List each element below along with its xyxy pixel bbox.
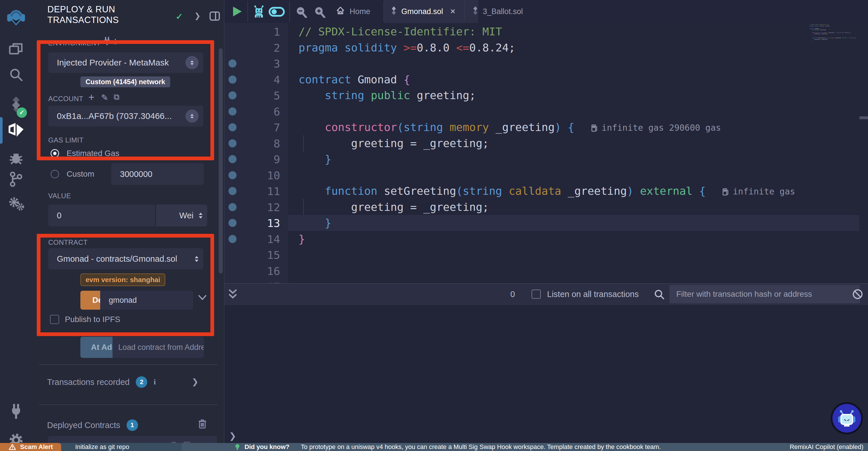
fuel-pump-icon bbox=[722, 188, 729, 196]
deployed-count-badge: 1 bbox=[127, 419, 138, 431]
gutter-dot-icon[interactable] bbox=[228, 203, 237, 211]
contract-select[interactable]: Gmonad - contracts/Gmonad.sol bbox=[48, 248, 203, 270]
tab-3-ballot-sol[interactable]: 3_Ballot.sol bbox=[465, 0, 530, 23]
terminal-search-icon[interactable] bbox=[654, 289, 665, 301]
overview-ruler-cursor-marker bbox=[859, 116, 868, 119]
panel-title: DEPLOY & RUN TRANSACTIONS bbox=[48, 4, 119, 25]
edit-account-icon[interactable]: ✎ bbox=[101, 92, 108, 103]
deployed-contracts-row: Deployed Contracts 1 bbox=[47, 419, 138, 431]
code-line[interactable]: 9 } bbox=[224, 151, 868, 167]
code-line[interactable]: 4contract Gmonad { bbox=[224, 72, 868, 88]
run-script-play-icon[interactable] bbox=[233, 7, 242, 17]
code-line[interactable]: 5 string public greeting; bbox=[224, 87, 868, 104]
tab-home[interactable]: Home bbox=[328, 0, 378, 23]
copilot-toggle-icon[interactable] bbox=[269, 7, 285, 18]
remixai-robot-icon[interactable] bbox=[253, 5, 265, 20]
tab-gmonad-sol[interactable]: Gmonad.sol ✕ bbox=[384, 0, 478, 23]
gutter-dot-icon[interactable] bbox=[228, 59, 237, 67]
git-init-label[interactable]: Initialize as git repo bbox=[75, 443, 129, 451]
expand-deploy-chevron-icon[interactable] bbox=[198, 295, 207, 302]
value-label: VALUE bbox=[48, 192, 71, 200]
editor-minimap[interactable]: // SPDX-License-Identifier: MITpragma so… bbox=[809, 24, 861, 47]
split-panel-icon[interactable] bbox=[210, 11, 220, 23]
gutter-dot-icon[interactable] bbox=[228, 123, 237, 131]
pending-tx-count: 0 bbox=[510, 289, 515, 299]
git-icon[interactable] bbox=[0, 169, 32, 190]
gutter-dot-icon[interactable] bbox=[228, 107, 237, 115]
expand-terminal-chevrons-icon[interactable] bbox=[228, 289, 237, 301]
transactions-info-icon[interactable]: i bbox=[154, 378, 156, 386]
listen-all-checkbox[interactable] bbox=[532, 289, 541, 299]
solidity-analyzers-icon[interactable] bbox=[0, 193, 32, 214]
at-address-input[interactable]: Load contract from Addre bbox=[113, 337, 204, 358]
warning-triangle-icon bbox=[9, 444, 16, 450]
remixai-copilot-button[interactable] bbox=[832, 404, 861, 432]
trash-icon[interactable] bbox=[198, 419, 207, 430]
search-icon[interactable] bbox=[0, 64, 32, 85]
tip-text: To prototype on a uniswap v4 hooks, you … bbox=[301, 443, 661, 451]
terminal-filter-input[interactable] bbox=[670, 285, 860, 303]
gas-estimate-annotation: infinite gas bbox=[722, 187, 795, 196]
gutter-dot-icon[interactable] bbox=[228, 91, 237, 100]
code-editor[interactable]: 1// SPDX-License-Identifier: MIT2pragma … bbox=[224, 23, 868, 283]
copy-account-icon[interactable]: ⧉ bbox=[114, 92, 119, 102]
scam-alert-badge[interactable]: Scam Alert bbox=[0, 443, 61, 451]
deploy-argument-input[interactable]: gmonad bbox=[100, 291, 193, 310]
clear-terminal-ban-icon[interactable] bbox=[852, 288, 863, 301]
value-input[interactable]: 0 bbox=[48, 204, 155, 226]
remix-logo-icon[interactable] bbox=[0, 7, 32, 28]
code-line[interactable]: 12 greeting = _greeting; bbox=[224, 199, 868, 215]
gutter-dot-icon[interactable] bbox=[228, 235, 237, 243]
terminal-output[interactable]: ❯ bbox=[224, 305, 868, 443]
close-tab-icon[interactable]: ✕ bbox=[450, 7, 456, 16]
solidity-compiler-icon[interactable] bbox=[0, 94, 32, 115]
gutter-dot-icon[interactable] bbox=[228, 76, 237, 84]
transactions-recorded-row[interactable]: Transactions recorded 2 i bbox=[47, 376, 156, 388]
code-line[interactable]: 7 constructor(string memory _greeting) {… bbox=[224, 119, 868, 135]
copilot-status-label[interactable]: RemixAI Copilot (enabled) bbox=[789, 443, 863, 451]
code-line[interactable]: 14} bbox=[224, 231, 868, 247]
listen-all-label[interactable]: Listen on all transactions bbox=[547, 289, 639, 299]
panel-scrollbar[interactable] bbox=[219, 48, 223, 274]
file-explorer-icon[interactable] bbox=[0, 39, 32, 60]
custom-gas-input[interactable]: 3000000 bbox=[112, 163, 204, 185]
deploy-and-run-icon[interactable] bbox=[0, 120, 32, 141]
pin-check-icon[interactable]: ✓ bbox=[176, 11, 183, 22]
zoom-out-icon[interactable] bbox=[296, 6, 307, 19]
account-select[interactable]: 0xB1a...AF67b (7037.30466... bbox=[48, 106, 203, 126]
gutter-dot-icon[interactable] bbox=[228, 187, 237, 195]
add-account-icon[interactable]: + bbox=[88, 91, 94, 104]
code-line[interactable]: 16 bbox=[224, 263, 868, 279]
collapse-chevron-icon[interactable]: ❯ bbox=[194, 11, 200, 20]
code-line[interactable]: 1// SPDX-License-Identifier: MIT bbox=[224, 24, 868, 40]
plug-icon[interactable] bbox=[103, 37, 111, 47]
code-line[interactable]: 13 } bbox=[224, 215, 868, 231]
publish-ipfs-checkbox[interactable]: Publish to IPFS bbox=[50, 315, 120, 324]
code-line[interactable]: 10 bbox=[224, 167, 868, 183]
environment-label: ENVIRONMENT bbox=[48, 39, 101, 47]
environment-select[interactable]: Injected Provider - MetaMask bbox=[48, 52, 203, 73]
gutter-dot-icon[interactable] bbox=[228, 139, 237, 147]
code-line[interactable]: 2pragma solidity >=0.8.0 <=0.8.24; bbox=[224, 40, 868, 56]
gutter-dot-icon[interactable] bbox=[228, 155, 237, 163]
transactions-expand-chevron-icon[interactable]: ❯ bbox=[192, 377, 198, 386]
code-line[interactable]: 17 bbox=[224, 279, 868, 283]
code-line[interactable]: 11 function setGreeting(string calldata … bbox=[224, 183, 868, 199]
value-unit-select[interactable]: Wei bbox=[156, 204, 207, 226]
select-spinner-icon bbox=[199, 213, 203, 218]
estimated-gas-radio[interactable]: Estimated Gas bbox=[51, 149, 119, 158]
gutter-dot-icon[interactable] bbox=[228, 171, 237, 179]
deploy-run-panel: DEPLOY & RUN TRANSACTIONS ✓ ❯ ENVIRONMEN… bbox=[32, 0, 224, 451]
debugger-icon[interactable] bbox=[0, 147, 32, 168]
gutter-dot-icon[interactable] bbox=[228, 219, 237, 227]
environment-info-icon[interactable]: i bbox=[114, 37, 117, 46]
plugin-manager-icon[interactable] bbox=[0, 401, 32, 422]
code-line[interactable]: 3 bbox=[224, 55, 868, 72]
code-line[interactable]: 6 bbox=[224, 104, 868, 119]
account-label: ACCOUNT bbox=[48, 95, 83, 103]
code-line[interactable]: 8 greeting = _greeting; bbox=[224, 135, 868, 151]
zoom-in-icon[interactable] bbox=[314, 6, 326, 19]
custom-gas-radio[interactable]: Custom bbox=[51, 169, 94, 179]
code-line[interactable]: 15 bbox=[224, 247, 868, 263]
status-bar: Initialize as git repo Scam Alert Did yo… bbox=[0, 443, 868, 451]
